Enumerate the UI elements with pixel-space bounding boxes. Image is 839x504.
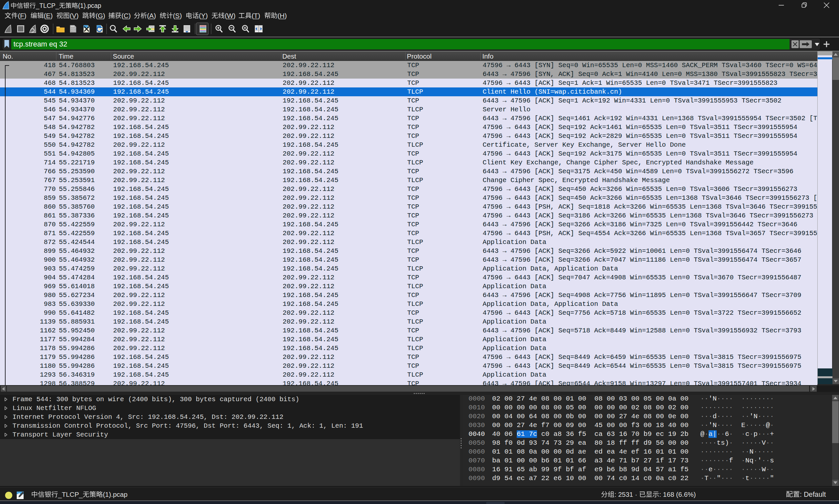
svg-text:(G): (G) (96, 12, 105, 19)
svg-text:(A): (A) (147, 12, 156, 19)
svg-text:(S): (S) (173, 12, 182, 19)
svg-text:(V): (V) (70, 12, 79, 19)
svg-text:_TLCP_: _TLCP_ (35, 2, 59, 9)
svg-text:: 2531 ·: : 2531 · (614, 490, 637, 498)
svg-text:(W): (W) (225, 12, 236, 19)
svg-text:(E): (E) (44, 12, 53, 19)
svg-text:: 168 (6.6%): : 168 (6.6%) (659, 490, 696, 498)
svg-text:(H): (H) (278, 12, 287, 19)
svg-text:: Default: : Default (800, 490, 826, 499)
svg-text:(C): (C) (122, 12, 131, 19)
svg-text:(T): (T) (252, 12, 260, 19)
svg-text:(F): (F) (18, 12, 27, 19)
svg-text:(1).pcap: (1).pcap (103, 490, 127, 498)
svg-text:(Y): (Y) (199, 12, 208, 19)
svg-text:(1).pcap: (1).pcap (78, 2, 101, 9)
svg-text:0111: 0111 (71, 31, 76, 33)
svg-text:_TLCP_: _TLCP_ (58, 490, 83, 499)
